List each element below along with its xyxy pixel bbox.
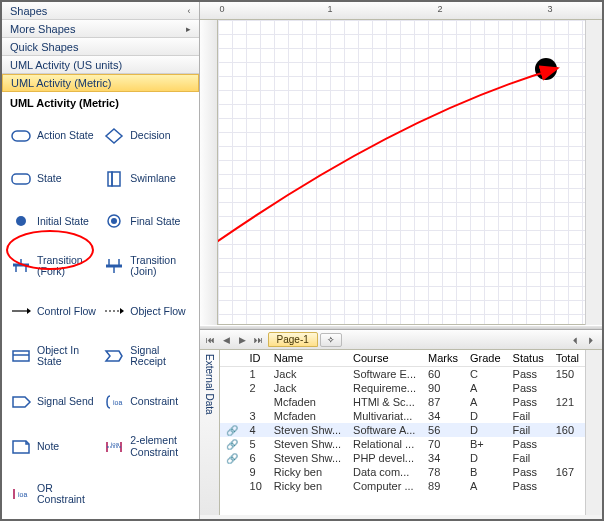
table-row[interactable]: 10Ricky benComputer ...89APass <box>220 479 585 493</box>
data-scrollbar[interactable] <box>585 350 602 515</box>
col-marks[interactable]: Marks <box>422 350 464 367</box>
page-tabs-bar: ⏮ ◀ ▶ ⏭ Page-1 ✧ ⏴ ⏵ <box>200 330 602 350</box>
table-row[interactable]: 🔗5Steven Shw...Relational ...70B+Pass <box>220 437 585 451</box>
table-row[interactable]: 🔗4Steven Shw...Software A...56DFail160 <box>220 423 585 437</box>
shapes-panel: Shapes‹More Shapes▸Quick ShapesUML Activ… <box>2 2 200 519</box>
shape-decision[interactable]: Decision <box>101 118 192 155</box>
link-icon: 🔗 <box>220 423 244 437</box>
table-row[interactable]: 1JackSoftware E...60CPass150 <box>220 367 585 382</box>
two-element-constraint-icon: ioa <box>103 438 125 456</box>
shape-signal-send[interactable]: Signal Send <box>8 383 99 420</box>
shape-initial-state[interactable]: Initial State <box>8 203 99 240</box>
svg-rect-1 <box>12 174 30 184</box>
shape-label: Control Flow <box>37 306 96 318</box>
shape-note[interactable]: Note <box>8 426 99 468</box>
final-state-icon <box>103 212 125 230</box>
link-icon <box>220 367 244 382</box>
decision-icon <box>103 127 125 145</box>
canvas-scrollbar[interactable] <box>585 20 602 325</box>
link-icon <box>220 409 244 423</box>
col-name[interactable]: Name <box>268 350 347 367</box>
svg-rect-17 <box>13 351 29 361</box>
table-row[interactable]: 9Ricky benData com...78BPass167 <box>220 465 585 479</box>
link-icon <box>220 395 244 409</box>
tabs-scroll-right-icon[interactable]: ⏵ <box>584 333 598 347</box>
nav-next-icon[interactable]: ▶ <box>236 333 250 347</box>
shape-final-state[interactable]: Final State <box>101 203 192 240</box>
constraint-icon: ioa <box>103 393 125 411</box>
col-grade[interactable]: Grade <box>464 350 507 367</box>
nav-prev-icon[interactable]: ◀ <box>220 333 234 347</box>
shape-label: Signal Send <box>37 396 94 408</box>
signal-receipt-icon <box>103 347 125 365</box>
accordion-quick-shapes[interactable]: Quick Shapes <box>2 38 199 56</box>
shape-label: State <box>37 173 62 185</box>
col-id[interactable]: ID <box>244 350 268 367</box>
shape-control-flow[interactable]: Control Flow <box>8 293 99 330</box>
col-course[interactable]: Course <box>347 350 422 367</box>
svg-text:ioa: ioa <box>18 491 27 498</box>
shape-constraint[interactable]: ioaConstraint <box>101 383 192 420</box>
svg-rect-3 <box>112 172 120 186</box>
table-row[interactable]: 🔗6Steven Shw...PHP devel...34DFail <box>220 451 585 465</box>
external-data-tab[interactable]: External Data <box>200 350 220 515</box>
ruler-vertical <box>200 20 218 325</box>
table-row[interactable]: 3McfadenMultivariat...34DFail <box>220 409 585 423</box>
shape-label: Final State <box>130 216 180 228</box>
insert-page-button[interactable]: ✧ <box>320 333 342 347</box>
shape-label: Object Flow <box>130 306 185 318</box>
shape-transition-join[interactable]: Transition (Join) <box>101 246 192 288</box>
shape-label: Note <box>37 441 59 453</box>
shape-transition-fork[interactable]: Transition (Fork) <box>8 246 99 288</box>
transition-join-icon <box>103 257 125 275</box>
shape-label: 2-element Constraint <box>130 435 190 458</box>
shape-swimlane[interactable]: Swimlane <box>101 161 192 198</box>
accordion-shapes[interactable]: Shapes‹ <box>2 2 199 20</box>
link-icon <box>220 479 244 493</box>
note-icon <box>10 438 32 456</box>
shape-action-state[interactable]: Action State <box>8 118 99 155</box>
shape-label: Transition (Join) <box>130 255 190 278</box>
page-tab[interactable]: Page-1 <box>268 332 318 347</box>
initial-state-shape-on-canvas[interactable] <box>535 58 557 80</box>
ruler-horizontal: 0 1 2 3 <box>200 2 602 20</box>
drawing-canvas[interactable] <box>218 20 585 325</box>
external-data-grid[interactable]: IDNameCourseMarksGradeStatusTotal 1JackS… <box>220 350 585 515</box>
link-icon <box>220 381 244 395</box>
shape-label: Transition (Fork) <box>37 255 97 278</box>
or-constraint-icon: ioa <box>10 485 32 503</box>
tabs-scroll-left-icon[interactable]: ⏴ <box>568 333 582 347</box>
accordion-more-shapes[interactable]: More Shapes▸ <box>2 20 199 38</box>
col-total[interactable]: Total <box>550 350 585 367</box>
table-row[interactable]: McfadenHTMl & Sc...87APass121 <box>220 395 585 409</box>
shape-label: OR Constraint <box>37 483 97 506</box>
link-icon: 🔗 <box>220 437 244 451</box>
svg-point-6 <box>111 218 117 224</box>
shape-two-element-constraint[interactable]: ioa2-element Constraint <box>101 426 192 468</box>
svg-rect-0 <box>12 131 30 141</box>
shape-label: Signal Receipt <box>130 345 190 368</box>
svg-text:ioa: ioa <box>111 441 120 447</box>
shape-label: Object In State <box>37 345 97 368</box>
shape-label: Swimlane <box>130 173 176 185</box>
shape-state[interactable]: State <box>8 161 99 198</box>
shape-or-constraint[interactable]: ioaOR Constraint <box>8 473 99 515</box>
shape-signal-receipt[interactable]: Signal Receipt <box>101 336 192 378</box>
nav-first-icon[interactable]: ⏮ <box>204 333 218 347</box>
shape-label: Constraint <box>130 396 178 408</box>
accordion-uml-activity-us-units-[interactable]: UML Activity (US units) <box>2 56 199 74</box>
link-icon: 🔗 <box>220 451 244 465</box>
action-state-icon <box>10 127 32 145</box>
shape-object-flow[interactable]: Object Flow <box>101 293 192 330</box>
nav-last-icon[interactable]: ⏭ <box>252 333 266 347</box>
object-in-state-icon <box>10 347 32 365</box>
shape-object-in-state[interactable]: Object In State <box>8 336 99 378</box>
svg-point-4 <box>16 216 26 226</box>
table-row[interactable]: 2JackRequireme...90APass <box>220 381 585 395</box>
col-status[interactable]: Status <box>507 350 550 367</box>
accordion-uml-activity-metric-[interactable]: UML Activity (Metric) <box>2 74 199 92</box>
signal-send-icon <box>10 393 32 411</box>
state-icon <box>10 170 32 188</box>
link-icon <box>220 465 244 479</box>
control-flow-icon <box>10 302 32 320</box>
